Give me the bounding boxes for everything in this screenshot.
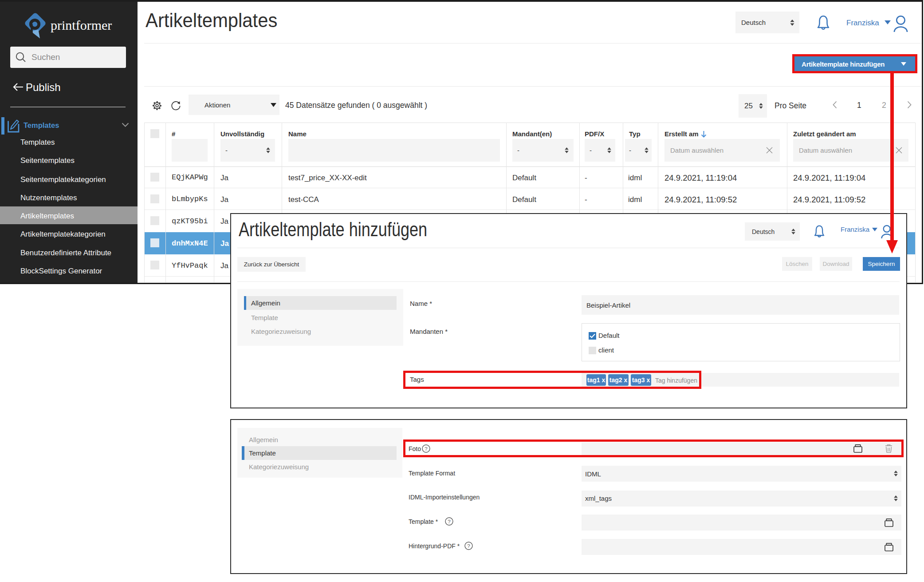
svg-text:?: ?	[448, 519, 450, 524]
svg-text:?: ?	[467, 543, 470, 549]
